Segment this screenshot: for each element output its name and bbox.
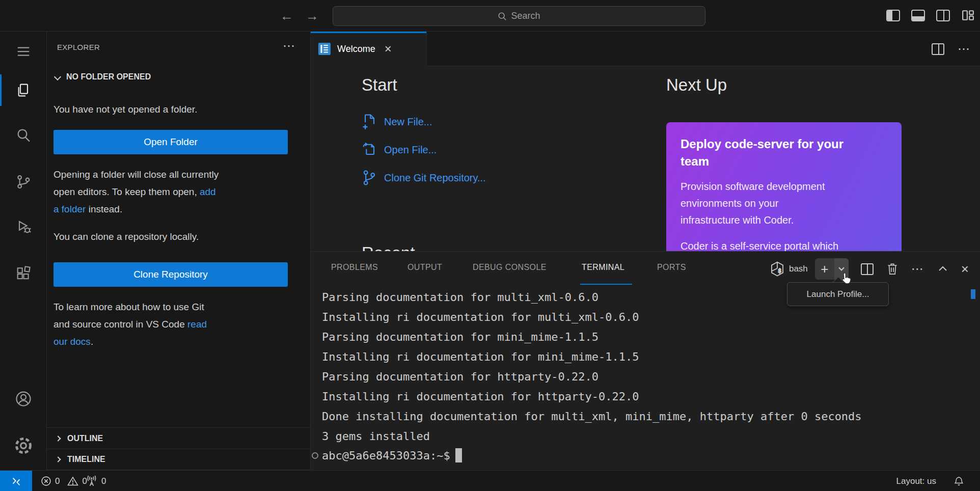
card-title: Deploy code-server for yourteam <box>680 135 887 170</box>
keyboard-layout-status[interactable]: Layout: us <box>896 471 936 491</box>
terminal-line: Parsing documentation for httparty-0.22.… <box>322 370 598 383</box>
welcome-page-icon <box>318 41 331 57</box>
recent-heading: Recent <box>362 243 415 251</box>
plus-icon[interactable]: + <box>815 261 834 277</box>
terminal-block-cursor <box>455 448 462 462</box>
terminal-line: Installing ri documentation for httparty… <box>322 390 639 403</box>
toggle-secondary-sidebar-icon[interactable] <box>936 10 950 21</box>
search-placeholder: Search <box>511 11 540 21</box>
chevron-down-icon <box>54 73 61 80</box>
next-up-heading: Next Up <box>666 75 727 95</box>
read-our-docs-link[interactable]: read <box>187 319 207 330</box>
terminal-line: Installing ri documentation for multi_xm… <box>322 311 639 323</box>
forward-arrow-icon[interactable]: → <box>304 8 321 24</box>
launch-profile-tooltip: Launch Profile... <box>787 282 889 306</box>
search-icon <box>498 12 507 21</box>
radio-tower-icon <box>86 475 98 487</box>
svg-text:$: $ <box>778 267 781 274</box>
ports-count: 0 <box>101 476 106 486</box>
back-arrow-icon[interactable]: ← <box>278 8 295 24</box>
start-heading: Start <box>362 75 397 95</box>
terminal-prompt: abc@5a6e8453033a:~$ <box>322 449 450 462</box>
status-bar: 0 0 0 Layout: us <box>0 470 980 491</box>
section-outline[interactable]: OUTLINE <box>47 427 311 449</box>
read-our-docs-link[interactable]: our docs <box>53 336 91 347</box>
open-file-link[interactable]: Open File... <box>362 141 437 158</box>
terminal-line: Parsing documentation for mini_mime-1.1.… <box>322 331 598 343</box>
terminal-line: 3 gems installed <box>322 430 430 443</box>
clone-description: You can clone a repository locally. <box>53 228 289 245</box>
card-body: Provision software development environme… <box>680 178 887 229</box>
close-panel-icon[interactable]: × <box>961 261 969 277</box>
tab-bar: Welcome × ⋯ <box>311 32 980 66</box>
toggle-primary-sidebar-icon[interactable] <box>886 10 900 21</box>
terminal-line: Done installing documentation for multi_… <box>322 410 862 423</box>
new-file-link[interactable]: New File... <box>362 113 432 130</box>
title-bar: ← → Search <box>0 0 980 32</box>
sidebar-item-source-control[interactable] <box>0 162 47 202</box>
editor-more-actions-icon[interactable]: ⋯ <box>958 42 971 56</box>
active-tab-underline <box>580 284 632 285</box>
sidebar-item-explorer[interactable] <box>0 70 47 110</box>
sidebar-item-search[interactable] <box>0 115 47 155</box>
welcome-page: Start New File... Open File... <box>311 66 980 251</box>
settings-gear-icon[interactable] <box>0 426 47 466</box>
coder-promo-card[interactable]: Deploy code-server for yourteam Provisio… <box>666 122 902 251</box>
sidebar-more-actions-icon[interactable]: ⋯ <box>283 39 295 53</box>
editor-group: Welcome × ⋯ Start New File... <box>311 32 980 251</box>
explorer-sidebar: EXPLORER ⋯ NO FOLDER OPENED You have not… <box>47 32 311 470</box>
panel-tab-terminal[interactable]: TERMINAL <box>582 263 624 272</box>
maximize-panel-chevron-up-icon[interactable] <box>937 263 949 275</box>
panel-tab-debug-console[interactable]: DEBUG CONSOLE <box>473 263 547 272</box>
split-terminal-icon[interactable] <box>861 263 874 275</box>
add-folder-link[interactable]: a folder <box>53 204 86 214</box>
activity-bar <box>0 32 47 470</box>
chevron-right-icon <box>55 435 61 441</box>
customize-layout-icon[interactable] <box>961 9 975 21</box>
bash-terminal-icon: $ <box>770 261 785 277</box>
account-icon[interactable] <box>0 379 47 419</box>
kill-terminal-trash-icon[interactable] <box>886 262 899 276</box>
sidebar-item-run-debug[interactable] <box>0 207 47 247</box>
clone-git-repository-link[interactable]: Clone Git Repository... <box>362 169 486 186</box>
menu-icon[interactable] <box>0 32 47 71</box>
tab-close-icon[interactable]: × <box>385 44 392 54</box>
open-folder-button[interactable]: Open Folder <box>53 130 288 154</box>
open-folder-description: Opening a folder will close all currentl… <box>53 166 289 218</box>
split-editor-icon[interactable] <box>932 43 944 55</box>
section-header-label: NO FOLDER OPENED <box>66 72 151 81</box>
panel-tab-problems[interactable]: PROBLEMS <box>331 263 378 272</box>
section-no-folder-opened[interactable]: NO FOLDER OPENED <box>47 68 311 86</box>
error-count: 0 <box>55 476 60 486</box>
scrollbar-decoration <box>971 289 975 299</box>
sidebar-title: EXPLORER <box>57 43 100 51</box>
tab-label: Welcome <box>337 44 375 54</box>
toggle-panel-icon[interactable] <box>911 10 925 21</box>
terminal-prompt-row: abc@5a6e8453033a:~$ <box>311 448 462 462</box>
panel-more-actions-icon[interactable]: ⋯ <box>911 262 924 276</box>
bottom-panel: PROBLEMS OUTPUT DEBUG CONSOLE TERMINAL P… <box>311 251 980 470</box>
search-input[interactable]: Search <box>333 6 705 26</box>
clone-repository-button[interactable]: Clone Repository <box>53 262 288 287</box>
card-body-2: Coder is a self-service portal which pro… <box>680 238 887 251</box>
problems-status[interactable]: 0 0 <box>41 471 87 491</box>
remote-indicator[interactable] <box>0 471 32 491</box>
add-folder-link[interactable]: add <box>200 186 216 197</box>
terminal-line: Parsing documentation for multi_xml-0.6.… <box>322 291 598 304</box>
command-decoration-circle-icon <box>312 452 318 459</box>
terminal-line: Installing ri documentation for mini_mim… <box>322 350 639 363</box>
notifications-bell-icon[interactable] <box>953 471 965 491</box>
warning-icon <box>67 476 78 486</box>
chevron-down-icon <box>838 265 844 270</box>
panel-tab-ports[interactable]: PORTS <box>657 263 686 272</box>
ports-status[interactable]: 0 <box>86 471 106 491</box>
terminal-output[interactable]: Parsing documentation for multi_xml-0.6.… <box>311 286 980 471</box>
git-docs-description: To learn more about how to use Git and s… <box>53 298 289 350</box>
mouse-cursor-pointer <box>838 271 854 287</box>
panel-tab-output[interactable]: OUTPUT <box>407 263 442 272</box>
error-icon <box>41 476 51 486</box>
section-timeline[interactable]: TIMELINE <box>47 449 311 470</box>
tab-welcome[interactable]: Welcome × <box>311 32 427 66</box>
terminal-instance-label[interactable]: bash <box>789 264 808 274</box>
sidebar-item-extensions[interactable] <box>0 254 47 293</box>
